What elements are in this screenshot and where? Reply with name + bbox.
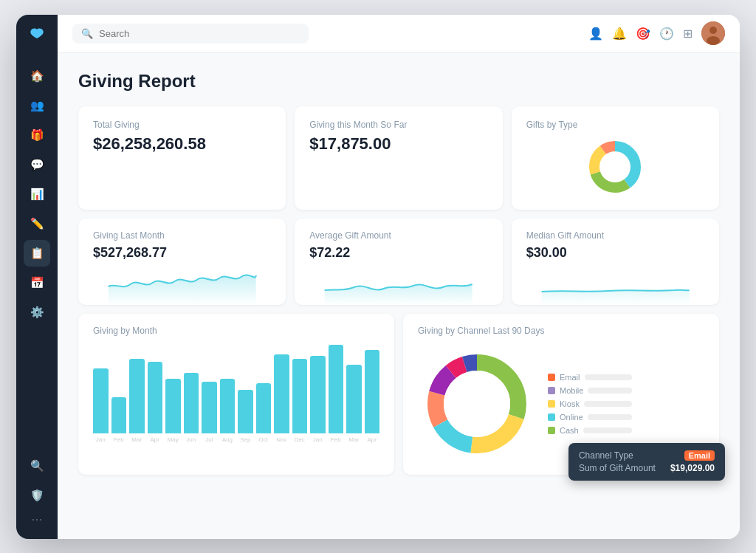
total-giving-label: Total Giving xyxy=(93,120,271,130)
sidebar-item-people[interactable]: 👥 xyxy=(24,92,50,119)
giving-last-value: $527,268.77 xyxy=(93,245,271,261)
bottom-grid: Giving by Month JanFebMarAprMayJunJulAug… xyxy=(78,314,719,475)
search-icon: 🔍 xyxy=(81,28,93,39)
x-label: Feb xyxy=(111,436,127,443)
legend-dot xyxy=(548,413,555,421)
sidebar-item-calendar[interactable]: 📅 xyxy=(24,269,50,296)
app-shell: 🏠 👥 🎁 💬 📊 ✏️ 📋 📅 ⚙️ 🔍 🛡️ ··· 🔍 👤 🔔 🎯 🕐 xyxy=(16,15,740,539)
grid-icon[interactable]: ⊞ xyxy=(683,27,693,41)
tooltip-channel-row: Channel Type Email xyxy=(579,450,715,461)
legend-dot xyxy=(548,374,555,381)
donut-large-chart xyxy=(418,345,536,463)
sidebar-item-gifts[interactable]: 🎁 xyxy=(24,122,50,148)
bar-item xyxy=(129,359,145,433)
giving-month-value: $17,875.00 xyxy=(309,134,487,154)
by-month-title: Giving by Month xyxy=(93,326,379,336)
tooltip-sum-row: Sum of Gift Amount $19,029.00 xyxy=(579,463,715,473)
bar-item xyxy=(238,390,253,433)
bar-item xyxy=(292,359,308,433)
legend-label: Cash xyxy=(560,426,579,435)
legend-label: Mobile xyxy=(560,386,583,395)
tooltip-sum-value: $19,029.00 xyxy=(670,463,715,473)
logo-icon xyxy=(28,27,46,48)
channel-tooltip: Channel Type Email Sum of Gift Amount $1… xyxy=(568,443,725,481)
user-icon[interactable]: 👤 xyxy=(588,27,603,41)
bar-item xyxy=(256,383,272,433)
avg-gift-label: Average Gift Amount xyxy=(309,230,487,241)
tooltip-channel-label: Channel Type xyxy=(579,450,633,461)
svg-point-2 xyxy=(707,36,720,45)
sidebar: 🏠 👥 🎁 💬 📊 ✏️ 📋 📅 ⚙️ 🔍 🛡️ ··· xyxy=(16,15,58,539)
median-gift-label: Median Gift Amount xyxy=(526,230,704,241)
svg-point-7 xyxy=(602,154,628,180)
target-icon[interactable]: 🎯 xyxy=(636,27,650,41)
tooltip-channel-value: Email xyxy=(684,450,715,461)
total-giving-value: $26,258,260.58 xyxy=(93,134,271,154)
spark-grid: Giving Last Month $527,268.77 xyxy=(78,219,719,305)
topbar: 🔍 👤 🔔 🎯 🕐 ⊞ xyxy=(58,15,740,53)
giving-last-card: Giving Last Month $527,268.77 xyxy=(78,219,286,305)
sparkline-avg-gift xyxy=(309,261,487,305)
search-input[interactable] xyxy=(99,28,300,39)
avatar[interactable] xyxy=(701,21,725,45)
bar-item xyxy=(202,382,217,433)
bar-item xyxy=(274,354,289,433)
legend-item: Mobile xyxy=(548,386,632,395)
giving-month-label: Giving this Month So Far xyxy=(309,120,487,130)
sparkline-median-gift xyxy=(526,261,704,305)
bar-item xyxy=(165,379,181,433)
legend-label: Email xyxy=(560,373,580,382)
by-channel-title: Giving by Channel Last 90 Days xyxy=(418,326,704,336)
stats-grid: Total Giving $26,258,260.58 Giving this … xyxy=(78,106,719,210)
bar-item xyxy=(346,365,362,433)
legend-item: Online xyxy=(548,413,632,422)
legend-item: Email xyxy=(548,373,632,382)
sidebar-item-chart[interactable]: 📊 xyxy=(24,181,50,207)
bar-chart xyxy=(93,345,379,433)
bar-item xyxy=(329,345,344,433)
sidebar-more[interactable]: ··· xyxy=(31,512,42,527)
donut-small-wrap xyxy=(526,137,704,196)
x-label: Jun xyxy=(184,436,199,443)
median-gift-card: Median Gift Amount $30.00 xyxy=(512,219,719,305)
median-gift-value: $30.00 xyxy=(526,245,704,261)
x-label: Feb xyxy=(329,436,344,443)
legend-bar xyxy=(585,374,633,380)
x-label: Mar xyxy=(129,436,145,443)
giving-month-card: Giving this Month So Far $17,875.00 xyxy=(295,106,502,210)
bar-item xyxy=(184,373,199,433)
x-label: Apr xyxy=(148,436,163,443)
avg-gift-value: $72.22 xyxy=(309,245,487,261)
x-label: Jan xyxy=(93,436,109,443)
sidebar-item-shield[interactable]: 🛡️ xyxy=(24,482,50,509)
by-month-card: Giving by Month JanFebMarAprMayJunJulAug… xyxy=(78,314,394,475)
x-label: May xyxy=(165,436,181,443)
legend-dot xyxy=(548,427,555,434)
legend-bar xyxy=(588,414,633,420)
x-label: Oct xyxy=(256,436,272,443)
search-box[interactable]: 🔍 xyxy=(72,24,309,44)
legend-bar xyxy=(588,388,632,394)
sidebar-item-report[interactable]: 📋 xyxy=(24,240,50,267)
total-giving-card: Total Giving $26,258,260.58 xyxy=(78,106,286,210)
main-area: 🔍 👤 🔔 🎯 🕐 ⊞ Giving Repor xyxy=(58,15,740,539)
x-label: Jul xyxy=(202,436,217,443)
sidebar-item-search[interactable]: 🔍 xyxy=(24,453,50,479)
sidebar-item-chat[interactable]: 💬 xyxy=(24,151,50,178)
sparkline-last-month xyxy=(93,261,271,305)
bar-item xyxy=(310,356,326,433)
legend-item: Kiosk xyxy=(548,399,632,408)
tooltip-sum-label: Sum of Gift Amount xyxy=(579,463,656,473)
notification-icon[interactable]: 🔔 xyxy=(612,27,627,41)
x-label: Mar xyxy=(346,436,362,443)
topbar-right: 👤 🔔 🎯 🕐 ⊞ xyxy=(588,21,725,45)
legend: EmailMobileKioskOnlineCash xyxy=(548,373,632,435)
x-label: Jan xyxy=(310,436,326,443)
sidebar-item-home[interactable]: 🏠 xyxy=(24,63,50,89)
clock-icon[interactable]: 🕐 xyxy=(659,27,674,41)
bar-item xyxy=(148,362,163,433)
sidebar-item-pencil[interactable]: ✏️ xyxy=(24,210,50,237)
donut-small-chart xyxy=(585,137,645,196)
sidebar-item-settings[interactable]: ⚙️ xyxy=(24,299,50,326)
gifts-type-card: Gifts by Type xyxy=(512,106,719,210)
